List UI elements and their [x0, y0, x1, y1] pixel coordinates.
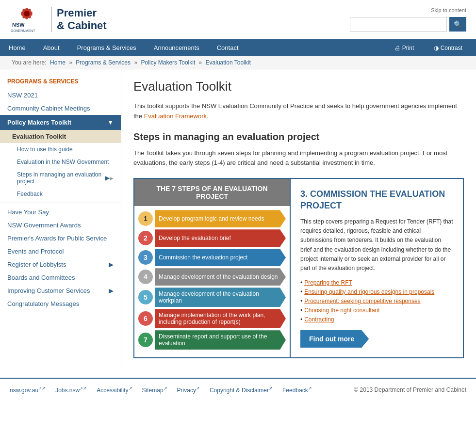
step-4-number: 4	[138, 270, 153, 284]
step-2-number: 2	[138, 231, 153, 245]
nsw-logo: NSW GOVERNMENT	[10, 5, 44, 34]
step-1-item[interactable]: 1 Develop program logic and review needs	[138, 210, 286, 227]
footer-sitemap-link[interactable]: Sitemap	[142, 386, 167, 394]
search-input[interactable]	[350, 17, 447, 32]
header: NSW GOVERNMENT Premier & Cabinet Skip to…	[0, 0, 476, 39]
sidebar-item-community-cabinet[interactable]: Community Cabinet Meetings	[0, 102, 121, 115]
step-5-label: Manage development of the evaluation wor…	[155, 288, 286, 307]
evaluation-framework-link[interactable]: Evaluation Framework	[144, 112, 207, 120]
search-button[interactable]: 🔍	[449, 17, 466, 32]
sidebar-item-nsw-gov-awards[interactable]: NSW Government Awards	[0, 219, 121, 232]
nav-announcements[interactable]: Announcements	[145, 39, 208, 56]
step-3-item[interactable]: 3 Commission the evaluation project	[138, 249, 286, 266]
step-7-number: 7	[138, 333, 153, 347]
sidebar-item-policy-makers-toolkit[interactable]: Policy Makers Toolkit ▼	[0, 115, 121, 130]
intro-text: This toolkit supports the NSW Evaluation…	[133, 101, 464, 122]
breadcrumb-label: You are here:	[12, 59, 47, 66]
sidebar-section-title: PROGRAMS & SERVICES	[0, 74, 121, 89]
sidebar-item-feedback[interactable]: Feedback	[0, 188, 121, 200]
svg-point-5	[24, 11, 30, 16]
commission-link-2: Ensuring quality and rigorous designs in…	[300, 288, 453, 295]
logo-area: NSW GOVERNMENT Premier & Cabinet	[10, 5, 107, 34]
nav-about[interactable]: About	[34, 39, 68, 56]
steps-left-panel: THE 7 STEPS OF AN EVALUATION PROJECT 1 D…	[134, 179, 290, 357]
footer-feedback-link[interactable]: Feedback	[282, 386, 312, 394]
breadcrumb-eval-toolkit[interactable]: Evaluation Toolkit	[206, 59, 251, 66]
sidebar-item-have-your-say[interactable]: Have Your Say	[0, 206, 121, 219]
steps-description: The Toolkit takes you through seven step…	[133, 148, 464, 169]
header-right: Skip to content 🔍	[350, 7, 466, 32]
sidebar-item-how-to-use[interactable]: How to use this guide	[0, 143, 121, 156]
step-3-label: Commission the evaluation project	[155, 249, 286, 266]
step-5-number: 5	[138, 290, 153, 304]
main-content: Evaluation Toolkit This toolkit supports…	[121, 69, 476, 368]
commission-links-list: Preparing the RFT Ensuring quality and r…	[300, 279, 453, 323]
procurement-link[interactable]: Procurement: seeking competitive respons…	[304, 298, 420, 304]
footer-copyright-link[interactable]: Copyright & Disclaimer	[210, 386, 273, 394]
page-title: Evaluation Toolkit	[133, 79, 464, 94]
footer-copyright: © 2013 Department of Premier and Cabinet	[354, 386, 466, 393]
svg-text:GOVERNMENT: GOVERNMENT	[11, 29, 35, 32]
step-6-number: 6	[138, 311, 153, 326]
footer-nsw-gov-link[interactable]: nsw.gov.au↗	[10, 386, 46, 394]
commission-link-4: Choosing the right consultant	[300, 306, 453, 314]
sidebar-item-events-protocol[interactable]: Events and Protocol	[0, 245, 121, 258]
footer-accessibility-link[interactable]: Accessibility	[97, 386, 132, 394]
nav-utilities: 🖨 Print ◑ Contrast	[386, 40, 476, 56]
sidebar-item-steps-managing[interactable]: Steps in managing an evaluation project …	[0, 168, 121, 188]
sidebar-item-premiers-awards[interactable]: Premier's Awards for Public Service	[0, 232, 121, 245]
choosing-consultant-link[interactable]: Choosing the right consultant	[304, 307, 379, 314]
nav-contact[interactable]: Contact	[208, 39, 247, 56]
contrast-link[interactable]: ◑ Contrast	[425, 40, 471, 56]
commission-link-1: Preparing the RFT	[300, 279, 453, 286]
footer-privacy-link[interactable]: Privacy	[177, 386, 200, 394]
nav-home[interactable]: Home	[0, 39, 34, 56]
main-nav: Home About Programs & Services Announcem…	[0, 39, 476, 56]
sidebar-item-improving-customer[interactable]: Improving Customer Services ▶	[0, 284, 121, 297]
step-2-label: Develop the evaluation brief	[155, 229, 286, 247]
breadcrumb-home[interactable]: Home	[50, 59, 66, 66]
search-area: 🔍	[350, 17, 466, 32]
steps-heading: Steps in managing an evaluation project	[133, 131, 464, 143]
sidebar-item-boards[interactable]: Boards and Committees	[0, 271, 121, 284]
step-7-item[interactable]: 7 Disseminate report and support use of …	[138, 330, 286, 350]
breadcrumb-toolkit[interactable]: Policy Makers Toolkit	[141, 59, 195, 66]
step-6-item[interactable]: 6 Manage implementation of the work plan…	[138, 309, 286, 328]
commission-title: 3. COMMISSION THE EVALUATION PROJECT	[300, 189, 453, 211]
skip-to-content-link[interactable]: Skip to content	[431, 7, 466, 13]
contracting-link[interactable]: Contracting	[304, 316, 334, 323]
nav-programs[interactable]: Programs & Services	[68, 39, 145, 56]
step-5-item[interactable]: 5 Manage development of the evaluation w…	[138, 288, 286, 307]
svg-text:NSW: NSW	[12, 22, 25, 28]
commission-description: This step covers preparing a Request for…	[300, 217, 453, 273]
sidebar: PROGRAMS & SERVICES NSW 2021 Community C…	[0, 69, 121, 368]
step-7-label: Disseminate report and support use of th…	[155, 330, 286, 350]
preparing-rft-link[interactable]: Preparing the RFT	[304, 279, 352, 286]
find-out-more-button[interactable]: Find out more	[300, 330, 369, 348]
breadcrumb: You are here: Home » Programs & Services…	[0, 56, 476, 69]
step-4-label: Manage development of the evaluation des…	[155, 268, 286, 286]
sidebar-item-congratulatory[interactable]: Congratulatory Messages	[0, 297, 121, 310]
layout: PROGRAMS & SERVICES NSW 2021 Community C…	[0, 69, 476, 368]
step-1-number: 1	[138, 211, 153, 226]
commission-link-5: Contracting	[300, 316, 453, 323]
sidebar-item-evaluation-nsw-gov[interactable]: Evaluation in the NSW Government	[0, 156, 121, 168]
ensuring-quality-link[interactable]: Ensuring quality and rigorous designs in…	[304, 288, 434, 295]
step-4-item[interactable]: 4 Manage development of the evaluation d…	[138, 268, 286, 286]
sidebar-item-evaluation-toolkit[interactable]: Evaluation Toolkit	[0, 130, 121, 143]
footer-jobs-nsw-link[interactable]: Jobs.nsw↗	[55, 386, 87, 394]
steps-box-header: THE 7 STEPS OF AN EVALUATION PROJECT	[134, 179, 290, 206]
commission-link-3: Procurement: seeking competitive respons…	[300, 297, 453, 304]
step-1-label: Develop program logic and review needs	[155, 210, 286, 227]
breadcrumb-programs[interactable]: Programs & Services	[76, 59, 131, 66]
sidebar-item-nsw2021[interactable]: NSW 2021	[0, 89, 121, 102]
step-3-number: 3	[138, 250, 153, 265]
print-link[interactable]: 🖨 Print	[386, 40, 423, 56]
site-logo-text: Premier & Cabinet	[51, 7, 107, 32]
sidebar-item-lobbyists[interactable]: Register of Lobbyists ▶	[0, 258, 121, 271]
commission-panel: 3. COMMISSION THE EVALUATION PROJECT Thi…	[290, 179, 463, 357]
step-6-label: Manage implementation of the work plan, …	[155, 309, 286, 328]
footer-top: nsw.gov.au↗ Jobs.nsw↗ Accessibility Site…	[0, 378, 476, 401]
step-2-item[interactable]: 2 Develop the evaluation brief	[138, 229, 286, 247]
steps-container: THE 7 STEPS OF AN EVALUATION PROJECT 1 D…	[133, 178, 464, 358]
